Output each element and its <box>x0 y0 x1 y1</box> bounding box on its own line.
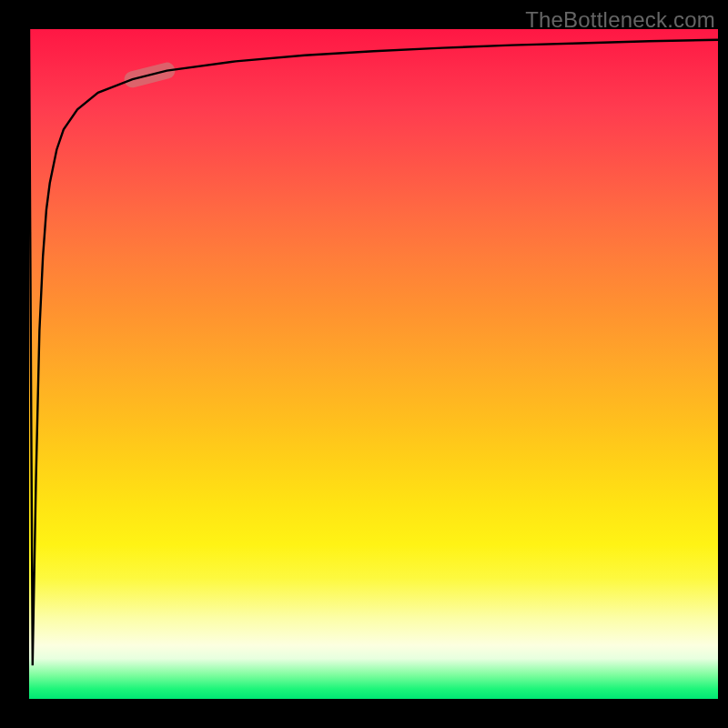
gradient-background <box>29 29 718 699</box>
watermark-text: TheBottleneck.com <box>525 7 715 33</box>
plot-area <box>29 29 718 699</box>
